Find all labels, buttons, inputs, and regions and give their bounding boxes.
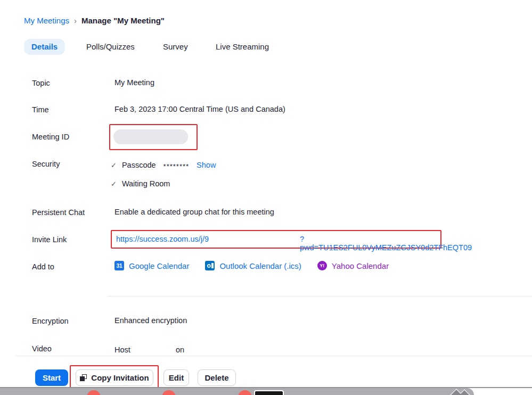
invite-link-annotation-box: https://success.zoom.us/j/9 ?pwd=TU1ES2F… <box>111 230 441 249</box>
show-passcode-link[interactable]: Show <box>197 161 216 169</box>
persistent-chat-label: Persistent Chat <box>32 208 85 217</box>
edit-button[interactable]: Edit <box>163 369 189 386</box>
calendar-links-row: 31 Google Calendar o Outlook Calendar (.… <box>114 261 389 270</box>
breadcrumb-chevron-icon: › <box>74 16 77 25</box>
meeting-id-label: Meeting ID <box>32 133 69 141</box>
google-calendar-link[interactable]: 31 Google Calendar <box>114 261 189 270</box>
copy-invitation-annotation-box <box>70 365 159 390</box>
footer-divider <box>16 356 532 356</box>
google-calendar-icon: 31 <box>114 261 124 270</box>
page-title: Manage "My Meeting" <box>81 16 165 25</box>
security-label: Security <box>32 160 60 168</box>
time-value: Feb 3, 2023 17:00 Central Time (US and C… <box>114 105 285 113</box>
topic-label: Topic <box>32 79 50 87</box>
meeting-manage-page: My Meetings › Manage "My Meeting" Detail… <box>0 0 532 395</box>
tab-polls-quizzes[interactable]: Polls/Quizzes <box>79 39 142 55</box>
yahoo-calendar-link[interactable]: Y! Yahoo Calendar <box>317 261 389 270</box>
app-window-sliver[interactable] <box>254 390 284 395</box>
passcode-row: ✓ Passcode ******** Show <box>111 161 216 169</box>
invite-link-label: Invite Link <box>32 235 67 244</box>
video-host-value: on <box>176 345 184 354</box>
persistent-chat-value: Enable a dedicated group chat for this m… <box>114 208 274 216</box>
yahoo-calendar-icon: Y! <box>317 261 327 270</box>
invite-link-url-start[interactable]: https://success.zoom.us/j/9 <box>116 235 209 243</box>
tab-survey[interactable]: Survey <box>155 39 195 55</box>
section-divider <box>108 296 532 297</box>
google-calendar-label: Google Calendar <box>129 261 189 270</box>
encryption-label: Encryption <box>32 317 69 325</box>
yahoo-calendar-label: Yahoo Calendar <box>332 261 389 270</box>
add-to-label: Add to <box>32 262 54 271</box>
breadcrumb-my-meetings-link[interactable]: My Meetings <box>24 16 69 25</box>
mountains-icon <box>450 389 471 395</box>
outlook-calendar-label: Outlook Calendar (.ics) <box>219 261 301 270</box>
invite-link-url-end[interactable]: ?pwd=TU1ES2FUL0VyMEZuZGJSY0d2TFhEQT09 <box>300 235 472 252</box>
meeting-id-annotation-box <box>109 124 198 150</box>
passcode-label: Passcode <box>122 161 156 169</box>
tab-live-streaming[interactable]: Live Streaming <box>208 39 276 55</box>
video-label: Video <box>32 344 52 353</box>
passcode-mask: ******** <box>163 162 189 170</box>
checkmark-icon: ✓ <box>111 161 117 169</box>
delete-button[interactable]: Delete <box>198 369 236 386</box>
waiting-room-label: Waiting Room <box>122 179 170 188</box>
dock-bar[interactable] <box>0 388 474 395</box>
checkmark-icon: ✓ <box>111 180 117 188</box>
waiting-room-row: ✓ Waiting Room <box>111 179 170 188</box>
time-label: Time <box>32 105 49 114</box>
video-host-label: Host <box>114 345 130 354</box>
tab-details[interactable]: Details <box>24 39 65 55</box>
encryption-value: Enhanced encryption <box>114 316 187 325</box>
breadcrumb: My Meetings › Manage "My Meeting" <box>24 16 165 25</box>
topic-value: My Meeting <box>114 78 154 87</box>
start-button[interactable]: Start <box>35 369 68 386</box>
outlook-calendar-icon: o <box>205 261 215 270</box>
outlook-calendar-link[interactable]: o Outlook Calendar (.ics) <box>205 261 301 270</box>
